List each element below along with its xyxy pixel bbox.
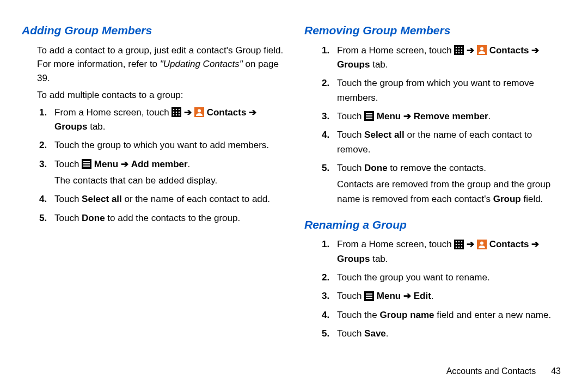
step-text: Touch <box>337 291 364 301</box>
right-column: Removing Group Members From a Home scree… <box>304 22 566 392</box>
svg-point-18 <box>458 47 460 48</box>
menu-icon <box>82 159 91 169</box>
manual-page: Adding Group Members To add a contact to… <box>0 0 588 392</box>
add-member-label: Add member <box>131 159 188 169</box>
svg-point-36 <box>456 244 457 246</box>
step-2: Touch the group from which you want to r… <box>337 76 566 105</box>
svg-point-25 <box>461 52 463 54</box>
step-text: Touch <box>54 194 82 204</box>
svg-point-8 <box>176 114 177 116</box>
svg-point-9 <box>179 114 180 116</box>
svg-point-39 <box>456 247 457 248</box>
step-text-tail: or the name of each contact to add. <box>122 194 270 204</box>
svg-point-7 <box>173 114 175 116</box>
done-label: Done <box>364 163 388 173</box>
arrow-icon: ➔ <box>184 107 192 118</box>
arrow-icon: ➔ <box>531 239 539 249</box>
svg-rect-47 <box>366 298 372 299</box>
group-field-label: Group <box>493 194 521 204</box>
step-1: From a Home screen, touch ➔ Contacts ➔ G… <box>337 44 566 72</box>
svg-rect-14 <box>83 163 90 164</box>
intro-paragraph: To add a contact to a group, just edit a… <box>22 44 284 85</box>
svg-point-37 <box>458 244 460 246</box>
step-3-note: The contacts that can be added display. <box>54 174 284 188</box>
arrow-icon: ➔ <box>403 291 411 301</box>
contacts-icon <box>194 107 204 117</box>
left-column: Adding Group Members To add a contact to… <box>22 22 284 392</box>
svg-point-38 <box>461 244 463 246</box>
footer-page-number: 43 <box>551 365 561 378</box>
note-text-2: field. <box>521 194 543 204</box>
groups-label: Groups <box>337 254 370 264</box>
step-text-tail: to add the contacts to the group. <box>105 213 241 223</box>
apps-grid-icon <box>171 107 181 117</box>
arrow-icon: ➔ <box>467 45 474 56</box>
step-3: Touch Menu ➔ Remove member. <box>337 109 566 124</box>
group-name-label: Group name <box>379 310 434 320</box>
menu-icon <box>364 291 374 301</box>
svg-point-4 <box>173 112 175 113</box>
svg-point-11 <box>198 109 201 113</box>
tab-suffix: tab. <box>370 59 388 70</box>
svg-rect-29 <box>366 113 372 114</box>
step-text: Touch <box>337 163 364 173</box>
period: . <box>431 291 434 301</box>
groups-label: Groups <box>337 59 370 70</box>
arrow-icon: ➔ <box>121 159 128 169</box>
arrow-icon: ➔ <box>249 107 256 118</box>
step-3: Touch Menu ➔ Add member. The contacts th… <box>54 157 284 188</box>
heading-removing-group-members: Removing Group Members <box>304 22 566 39</box>
select-all-label: Select all <box>364 130 405 140</box>
apps-grid-icon <box>454 240 464 249</box>
select-all-label: Select all <box>82 194 122 204</box>
svg-point-1 <box>173 109 175 111</box>
step-text: From a Home screen, touch <box>337 239 454 249</box>
step-text: Touch <box>54 159 82 169</box>
save-label: Save <box>364 328 386 339</box>
step-4: Touch Select all or the name of each con… <box>337 128 566 157</box>
heading-adding-group-members: Adding Group Members <box>22 22 284 39</box>
step-2: Touch the group to which you want to add… <box>54 138 284 152</box>
svg-point-17 <box>456 47 457 48</box>
adding-steps-list: From a Home screen, touch ➔ Contacts ➔ G… <box>22 106 284 225</box>
step-4: Touch Select all or the name of each con… <box>54 192 284 206</box>
menu-icon <box>364 111 374 121</box>
contacts-label: Contacts <box>489 239 529 249</box>
svg-point-21 <box>458 50 460 51</box>
step-text: Touch the <box>337 310 379 320</box>
done-label: Done <box>82 213 105 223</box>
svg-rect-31 <box>366 118 372 119</box>
svg-point-24 <box>458 52 460 54</box>
period: . <box>386 328 389 339</box>
arrow-icon: ➔ <box>467 239 474 249</box>
remove-member-label: Remove member <box>414 111 488 121</box>
svg-point-43 <box>480 241 483 244</box>
svg-point-35 <box>461 241 463 243</box>
contacts-icon <box>477 240 487 249</box>
footer-section-name: Accounts and Contacts <box>446 365 536 378</box>
svg-rect-30 <box>366 115 372 117</box>
svg-point-3 <box>179 109 180 111</box>
step-4: Touch the Group name field and enter a n… <box>337 308 566 322</box>
svg-point-22 <box>461 50 463 51</box>
step-text: Touch <box>337 328 364 339</box>
step-1: From a Home screen, touch ➔ Contacts ➔ G… <box>54 106 284 134</box>
apps-grid-icon <box>454 45 464 55</box>
tab-suffix: tab. <box>87 121 105 132</box>
tab-suffix: tab. <box>370 254 388 264</box>
svg-rect-15 <box>83 166 90 167</box>
groups-label: Groups <box>54 121 87 132</box>
svg-point-2 <box>176 109 177 111</box>
arrow-icon: ➔ <box>531 45 539 56</box>
svg-point-19 <box>461 47 463 48</box>
removing-steps-list: From a Home screen, touch ➔ Contacts ➔ G… <box>304 44 566 206</box>
step-text-tail: field and enter a new name. <box>434 310 552 320</box>
step-2: Touch the group you want to rename. <box>337 271 566 285</box>
svg-point-40 <box>458 247 460 248</box>
svg-rect-13 <box>83 161 90 162</box>
svg-point-23 <box>456 52 457 54</box>
svg-point-33 <box>456 241 457 243</box>
menu-label: Menu <box>94 159 118 169</box>
contacts-label: Contacts <box>207 107 247 118</box>
svg-rect-45 <box>366 293 372 295</box>
